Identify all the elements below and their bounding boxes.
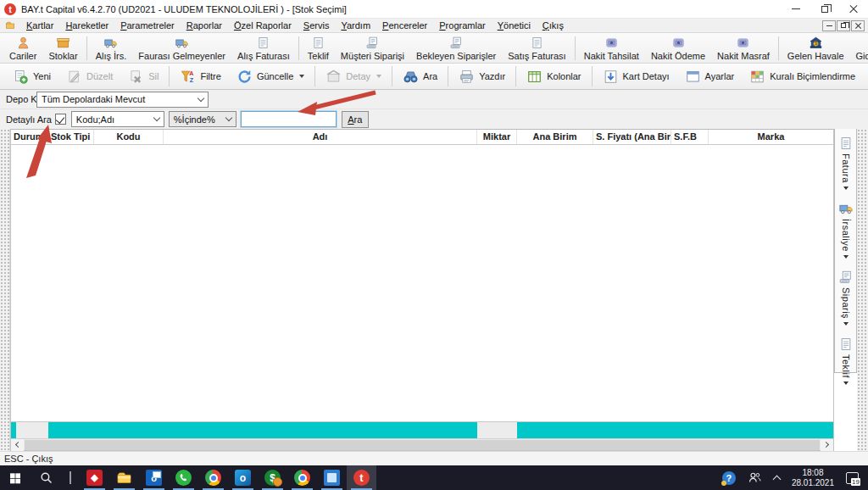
document-icon — [838, 337, 854, 352]
taskbar-search-button[interactable] — [31, 465, 61, 490]
toolbar-separator — [392, 66, 392, 86]
taskbar-app-finance[interactable]: $ — [258, 465, 287, 490]
musteri-siparisi-button[interactable]: Müşteri Siparişi — [335, 34, 410, 63]
yardim-button[interactable]: Yardım — [863, 66, 868, 87]
detayli-ara-checkbox[interactable] — [55, 114, 66, 125]
menu-kartlar[interactable]: Kartlar — [20, 19, 59, 31]
scrollbar-thumb[interactable] — [25, 440, 820, 450]
yeni-button[interactable]: Yeni — [5, 66, 58, 87]
kart-detayi-button[interactable]: Kart Detayı — [595, 66, 677, 87]
ara-toolbar-button[interactable]: Ara — [395, 66, 445, 87]
menu-servis[interactable]: Servis — [298, 19, 336, 31]
giden-havale-button[interactable]: Giden Havale — [850, 34, 868, 63]
detay-button[interactable]: Detay — [318, 66, 389, 87]
notification-center-button[interactable]: 19 — [842, 465, 863, 490]
column-header-durumu[interactable]: Durumu — [11, 130, 48, 144]
search-field-select[interactable]: Kodu;Adı — [71, 111, 164, 127]
taskbar-app-file-explorer[interactable] — [109, 465, 139, 490]
toolbar-separator — [515, 66, 516, 86]
taskbar-app-chrome[interactable] — [198, 465, 228, 490]
menu-cikis[interactable]: Çıkış — [537, 19, 570, 31]
minimize-button[interactable] — [782, 0, 810, 19]
menu-raporlar[interactable]: Raporlar — [181, 19, 228, 31]
nakit-masraf-button[interactable]: Nakit Masraf — [711, 34, 776, 63]
tray-help-button[interactable]: ? — [718, 465, 740, 490]
taskbar-app-anydesk[interactable]: ◆ — [80, 465, 109, 490]
taskbar-app-chrome-2[interactable] — [287, 465, 317, 490]
faturasi-gelmeyenler-button[interactable]: Faurası Gelmeyenler — [132, 34, 231, 63]
summary-segment — [48, 422, 477, 438]
bekleyen-siparisler-button[interactable]: Bekleyen Siparişler — [410, 34, 502, 63]
ara-search-button[interactable]: Ara — [342, 111, 369, 128]
column-header-ana-birim[interactable]: Ana Birim — [517, 130, 593, 144]
depo-filter-row: Depo Kodu Tüm Depolardaki Mevcut — [0, 90, 868, 109]
ara-label: Ara — [423, 71, 437, 81]
teklif-button[interactable]: Teklif — [302, 34, 335, 63]
close-icon — [849, 5, 858, 14]
order-terminal-icon — [449, 36, 464, 50]
order-terminal-icon — [838, 270, 854, 285]
menu-ozel-raporlar[interactable]: Özel Raporlar — [228, 19, 298, 31]
menu-yardim[interactable]: Yardım — [335, 19, 376, 31]
tray-show-hidden-icons[interactable] — [770, 465, 784, 490]
guncelle-button[interactable]: Güncelle — [229, 66, 312, 87]
column-header-adi[interactable]: Adı — [164, 130, 477, 144]
dock-tab-irsaliye[interactable]: İrsaliye — [838, 198, 854, 266]
text-cursor-pin[interactable] — [61, 465, 80, 490]
menu-pencereler[interactable]: Pencereler — [376, 19, 433, 31]
taskbar-app-bayt-capital[interactable]: t — [347, 465, 376, 490]
column-header-kodu[interactable]: Kodu — [94, 130, 164, 144]
ayarlar-button[interactable]: Ayarlar — [677, 66, 743, 87]
gelen-havale-button[interactable]: Gelen Havale — [782, 34, 850, 63]
search-input[interactable] — [241, 111, 337, 127]
column-header-miktar[interactable]: Miktar — [477, 130, 517, 144]
close-button[interactable] — [839, 0, 868, 19]
column-header-stok-tipi[interactable]: Stok Tipi — [48, 130, 94, 144]
sil-button[interactable]: Sil — [120, 66, 166, 87]
dock-tab-fatura[interactable]: Fatura — [838, 132, 854, 198]
column-header-sfb[interactable]: S.F.B — [671, 130, 709, 144]
restore-button[interactable] — [810, 0, 839, 19]
dock-tab-siparis[interactable]: Sipariş — [838, 266, 854, 333]
cariler-button[interactable]: Cariler — [3, 34, 42, 63]
menu-yonetici[interactable]: Yönetici — [492, 19, 537, 31]
taskbar-app-outlook[interactable]: o — [228, 465, 258, 490]
taskbar-app-photos[interactable] — [317, 465, 347, 490]
mdi-close-button[interactable] — [851, 20, 865, 31]
right-dock-grip[interactable] — [857, 129, 868, 451]
alis-faturasi-button[interactable]: Alış Faturası — [231, 34, 296, 63]
file-explorer-icon — [116, 470, 132, 486]
match-mode-select[interactable]: %İçinde% — [169, 111, 236, 127]
tray-people-button[interactable] — [743, 465, 766, 490]
mdi-restore-button[interactable] — [837, 20, 850, 31]
menu-programlar[interactable]: Programlar — [433, 19, 491, 31]
menu-hareketler[interactable]: Hareketler — [59, 19, 114, 31]
horizontal-scrollbar[interactable] — [11, 438, 833, 450]
satis-faturasi-button[interactable]: Satış Faturası — [502, 34, 571, 63]
dock-tab-teklif[interactable]: Teklif — [838, 333, 854, 393]
filtre-button[interactable]: Filtre — [172, 66, 228, 87]
kurali-bicimlendirme-button[interactable]: Kuralı Biçimlendirme — [742, 66, 863, 87]
chevron-down-icon — [198, 94, 204, 101]
scroll-right-button[interactable] — [821, 439, 833, 451]
alis-irsaliye-button[interactable]: Alış İrs. — [90, 34, 133, 63]
left-dock-grip[interactable] — [0, 129, 10, 451]
column-header-s-fiyati[interactable]: S. Fiyatı (Ana Birim) — [593, 130, 671, 144]
kolonlar-button[interactable]: Kolonlar — [519, 66, 588, 87]
column-header-marka[interactable]: Marka — [709, 130, 833, 144]
nakit-odeme-button[interactable]: Nakit Ödeme — [645, 34, 711, 63]
nakit-tahsilat-button[interactable]: Nakit Tahsilat — [578, 34, 645, 63]
duzelt-button[interactable]: Düzelt — [58, 66, 120, 87]
taskbar-app-outlook-classic[interactable]: o — [139, 465, 169, 490]
start-button[interactable] — [0, 465, 31, 490]
mdi-minimize-button[interactable] — [822, 20, 836, 31]
scroll-left-button[interactable] — [11, 439, 24, 451]
yazdir-button[interactable]: Yazdır — [451, 66, 513, 87]
stoklar-button[interactable]: Stoklar — [42, 34, 83, 63]
menu-parametreler[interactable]: Parametreler — [114, 19, 181, 31]
grid-body-empty[interactable] — [11, 145, 833, 421]
taskbar-clock[interactable]: 18:08 28.01.2021 — [787, 465, 838, 490]
kart-detayi-label: Kart Detayı — [623, 71, 670, 81]
depo-kodu-select[interactable]: Tüm Depolardaki Mevcut — [36, 92, 209, 108]
taskbar-app-whatsapp[interactable] — [169, 465, 198, 490]
